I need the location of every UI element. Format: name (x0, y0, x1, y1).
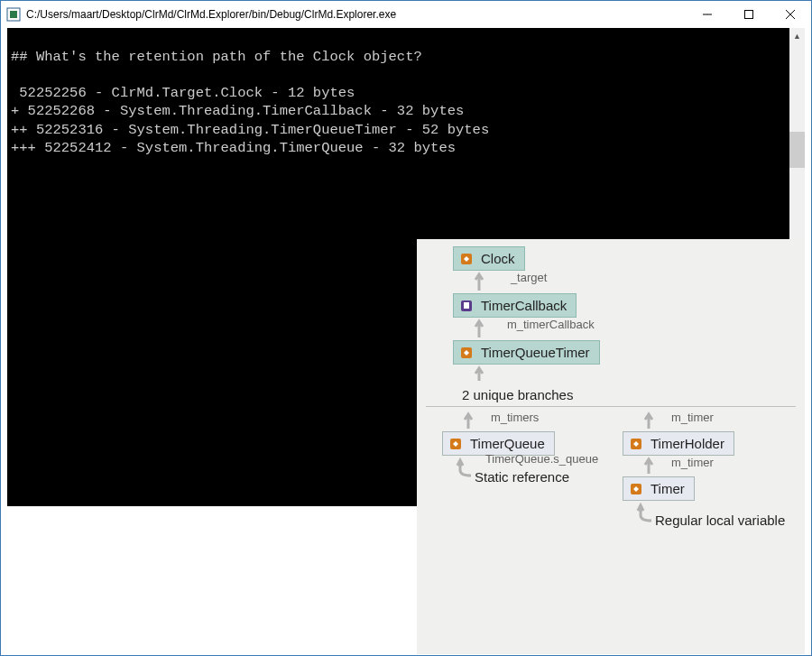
node-label: TimerQueue (470, 436, 545, 451)
static-reference-label: Static reference (475, 469, 623, 485)
retention-diagram: Clock _target TimerCallback m_timerCal (417, 239, 805, 654)
arrow-up-icon (473, 271, 485, 291)
window-title: C:/Users/maart/Desktop/ClrMd/ClrMd.Explo… (26, 8, 687, 21)
arrow-curve-icon (635, 503, 657, 522)
branches-label: 2 unique branches (462, 387, 796, 402)
edge-label: _target (511, 271, 547, 284)
edge-label: m_timer (671, 456, 714, 469)
arrow-up-icon (462, 411, 475, 429)
console-line: + 52252268 - System.Threading.TimerCallb… (11, 103, 464, 119)
svg-rect-1 (10, 11, 17, 18)
scroll-up-button[interactable]: ▲ (789, 28, 805, 43)
node-timer[interactable]: Timer (623, 476, 695, 501)
node-timercallback[interactable]: TimerCallback (453, 293, 577, 318)
titlebar[interactable]: C:/Users/maart/Desktop/ClrMd/ClrMd.Explo… (1, 1, 811, 28)
node-label: Timer (651, 481, 685, 496)
window-controls (687, 1, 811, 28)
arrow-curve-icon (455, 457, 476, 477)
svg-rect-9 (464, 302, 469, 304)
node-label: TimerQueueTimer (481, 345, 590, 360)
node-clock[interactable]: Clock (453, 246, 525, 271)
node-label: TimerCallback (481, 298, 567, 313)
local-variable-label: Regular local variable (655, 513, 785, 528)
class-icon (459, 252, 474, 266)
console-heading: ## What's the retention path of the Cloc… (11, 49, 422, 65)
edge-label: m_timer (671, 411, 714, 424)
class-icon (459, 346, 474, 360)
console-line: ++ 52252316 - System.Threading.TimerQueu… (11, 122, 489, 138)
separator (426, 406, 796, 407)
app-icon (6, 7, 21, 22)
class-icon (629, 482, 643, 496)
delegate-icon (459, 299, 474, 313)
svg-rect-8 (464, 304, 469, 309)
scroll-thumb[interactable] (789, 132, 805, 168)
node-label: TimerHolder (651, 436, 724, 451)
close-button[interactable] (770, 1, 811, 28)
node-timerqueuetimer[interactable]: TimerQueueTimer (453, 340, 600, 365)
client-area: ## What's the retention path of the Cloc… (2, 28, 810, 654)
node-label: Clock (481, 251, 515, 266)
arrow-up-icon (473, 318, 485, 337)
console-line: +++ 52252412 - System.Threading.TimerQue… (11, 140, 456, 156)
arrow-up-icon (642, 456, 655, 474)
edge-label: m_timers (491, 411, 539, 424)
svg-rect-3 (745, 11, 753, 19)
maximize-button[interactable] (728, 1, 770, 28)
node-timerholder[interactable]: TimerHolder (623, 431, 734, 456)
console-line: 52252256 - ClrMd.Target.Clock - 12 bytes (11, 85, 355, 101)
app-window: C:/Users/maart/Desktop/ClrMd/ClrMd.Explo… (0, 0, 812, 656)
arrow-up-icon (642, 411, 655, 429)
class-icon (448, 437, 463, 451)
edge-label: m_timerCallback (507, 318, 595, 331)
edge-label: TimerQueue.s_queue (485, 452, 598, 466)
class-icon (629, 437, 643, 451)
arrow-up-icon (473, 365, 485, 381)
minimize-button[interactable] (687, 1, 728, 28)
